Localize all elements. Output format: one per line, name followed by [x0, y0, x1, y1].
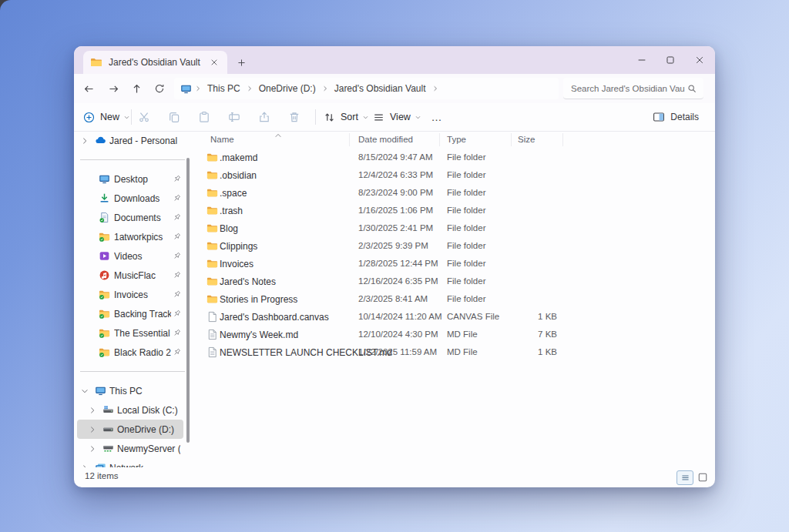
details-pane-button[interactable]: Details — [653, 105, 703, 129]
file-date: 12/16/2024 6:35 PM — [358, 276, 438, 286]
chevron-right-icon[interactable] — [429, 85, 442, 92]
rename-button[interactable] — [223, 105, 246, 129]
column-header-type[interactable]: Type — [447, 135, 466, 144]
pin-icon[interactable] — [172, 251, 182, 261]
document-check-icon — [99, 212, 110, 223]
more-options-button[interactable]: … — [425, 105, 448, 129]
folder-icon — [206, 223, 218, 234]
sidebar-item-this-pc[interactable]: This PC — [77, 381, 183, 400]
back-button[interactable] — [79, 79, 99, 99]
sidebar-item-local-disk-c[interactable]: Local Disk (C:) — [77, 400, 183, 420]
file-date: 12/4/2024 6:33 PM — [358, 170, 433, 179]
sidebar-item-backing-tracks[interactable]: Backing Tracks — [77, 304, 183, 323]
sidebar-item-the-essential-kenny[interactable]: The Essential Kenny — [77, 323, 183, 343]
chevron-right-icon[interactable] — [192, 85, 204, 92]
pin-icon[interactable] — [172, 193, 182, 203]
table-row[interactable]: Invoices 1/28/2025 12:44 PM File folder — [194, 255, 712, 273]
pin-icon[interactable] — [172, 232, 182, 242]
chevron-right-icon[interactable] — [243, 85, 256, 92]
delete-button[interactable] — [283, 105, 306, 129]
view-button[interactable]: View — [370, 105, 425, 129]
sidebar-item-downloads[interactable]: Downloads — [77, 189, 183, 208]
search-input[interactable] — [569, 83, 687, 94]
column-header-name[interactable]: Name — [210, 135, 234, 144]
sidebar-item-black-radio-2[interactable]: Black Radio 2 — [77, 343, 183, 362]
details-view-toggle[interactable] — [677, 470, 693, 485]
pin-icon[interactable] — [172, 289, 182, 299]
sidebar-item-videos[interactable]: Videos — [77, 246, 183, 266]
chevron-right-icon[interactable] — [80, 136, 89, 146]
sidebar-item-musicflac[interactable]: MusicFlac — [77, 266, 183, 285]
chevron-down-icon[interactable] — [80, 386, 89, 396]
sidebar-item-network[interactable]: Network — [77, 458, 183, 467]
pin-icon[interactable] — [172, 328, 182, 338]
table-row[interactable]: .makemd 8/15/2024 9:47 AM File folder — [194, 149, 712, 166]
table-row[interactable]: .obsidian 12/4/2024 6:33 PM File folder — [194, 166, 712, 184]
file-name: Newmy's Week.md — [220, 330, 298, 340]
pin-icon[interactable] — [172, 270, 182, 280]
sidebar-item-label: 1atworkpics — [114, 232, 171, 243]
pin-icon[interactable] — [172, 174, 182, 184]
column-header-size[interactable]: Size — [518, 135, 535, 144]
item-count: 12 items — [85, 471, 118, 480]
sort-button[interactable]: Sort — [321, 105, 372, 129]
pin-icon[interactable] — [172, 212, 182, 223]
file-date: 1/22/2025 11:59 AM — [358, 347, 437, 356]
trash-icon — [288, 111, 300, 123]
breadcrumb-onedrive[interactable]: OneDrive (D:) — [256, 83, 319, 94]
paste-button[interactable] — [193, 105, 216, 129]
table-row[interactable]: NEWSLETTER LAUNCH CHECKLIST.md 1/22/2025… — [194, 343, 712, 361]
cut-button[interactable] — [133, 105, 156, 129]
sidebar-scrollbar[interactable] — [186, 158, 190, 443]
chevron-right-icon[interactable] — [88, 425, 97, 434]
breadcrumb-current-folder[interactable]: Jared's Obsidian Vault — [331, 83, 429, 94]
chevron-right-icon[interactable] — [80, 463, 89, 468]
table-row[interactable]: Clippings 2/3/2025 9:39 PM File folder — [194, 237, 712, 255]
share-button[interactable] — [253, 105, 276, 129]
large-icons-view-toggle[interactable] — [695, 470, 710, 483]
tab-bar: Jared's Obsidian Vault — [74, 46, 715, 74]
refresh-button[interactable] — [149, 79, 170, 99]
minimize-button[interactable] — [632, 50, 652, 70]
chevron-right-icon[interactable] — [319, 85, 331, 92]
forward-button[interactable] — [103, 79, 123, 99]
table-row[interactable]: Blog 1/30/2025 2:41 PM File folder — [194, 219, 712, 237]
sidebar-item-documents[interactable]: Documents — [77, 208, 183, 227]
sidebar-item-invoices[interactable]: Invoices — [77, 285, 183, 304]
up-button[interactable] — [126, 79, 146, 99]
new-button[interactable]: New — [80, 105, 133, 129]
chevron-right-icon[interactable] — [88, 444, 97, 453]
copy-button[interactable] — [163, 105, 186, 129]
table-row[interactable]: .space 8/23/2024 9:00 PM File folder — [194, 184, 712, 202]
maximize-button[interactable] — [660, 50, 680, 70]
sidebar-item-label: Videos — [114, 251, 171, 262]
file-type: CANVAS File — [447, 312, 499, 321]
file-date: 1/16/2025 1:06 PM — [358, 206, 433, 215]
close-button[interactable] — [690, 50, 710, 70]
explorer-tab[interactable]: Jared's Obsidian Vault — [83, 51, 227, 74]
pin-icon[interactable] — [172, 309, 182, 319]
table-row[interactable]: Stories in Progress 2/3/2025 8:41 AM Fil… — [194, 290, 712, 308]
new-tab-button[interactable] — [232, 53, 250, 72]
desktop-icon — [99, 173, 110, 185]
sidebar-item-1atworkpics[interactable]: 1atworkpics — [77, 227, 183, 246]
breadcrumb-this-pc[interactable]: This PC — [204, 83, 243, 94]
sidebar-item-onedrive-d[interactable]: OneDrive (D:) — [77, 420, 183, 439]
table-row[interactable]: .trash 1/16/2025 1:06 PM File folder — [194, 202, 712, 219]
sidebar-item-onedrive-root[interactable]: Jared - Personal — [77, 131, 183, 150]
table-row[interactable]: Newmy's Week.md 12/10/2024 4:30 PM MD Fi… — [194, 326, 712, 343]
sidebar-item-desktop[interactable]: Desktop — [77, 169, 183, 189]
tab-title: Jared's Obsidian Vault — [109, 57, 207, 68]
table-row[interactable]: Jared's Dashboard.canvas 10/14/2024 11:2… — [194, 308, 712, 326]
column-header-date-modified[interactable]: Date modified — [358, 135, 413, 144]
search-icon — [687, 83, 697, 94]
table-row[interactable]: Jared's Notes 12/16/2024 6:35 PM File fo… — [194, 273, 712, 290]
tab-close-icon[interactable] — [207, 55, 221, 69]
file-name: .obsidian — [220, 170, 257, 181]
chevron-right-icon[interactable] — [88, 406, 97, 415]
file-date: 8/15/2024 9:47 AM — [358, 152, 433, 162]
sidebar-item-newmyserver[interactable]: NewmyServer (\\192. — [77, 439, 183, 458]
pin-icon[interactable] — [172, 347, 182, 357]
file-type: File folder — [447, 241, 486, 250]
toolbar-separator — [131, 109, 132, 125]
